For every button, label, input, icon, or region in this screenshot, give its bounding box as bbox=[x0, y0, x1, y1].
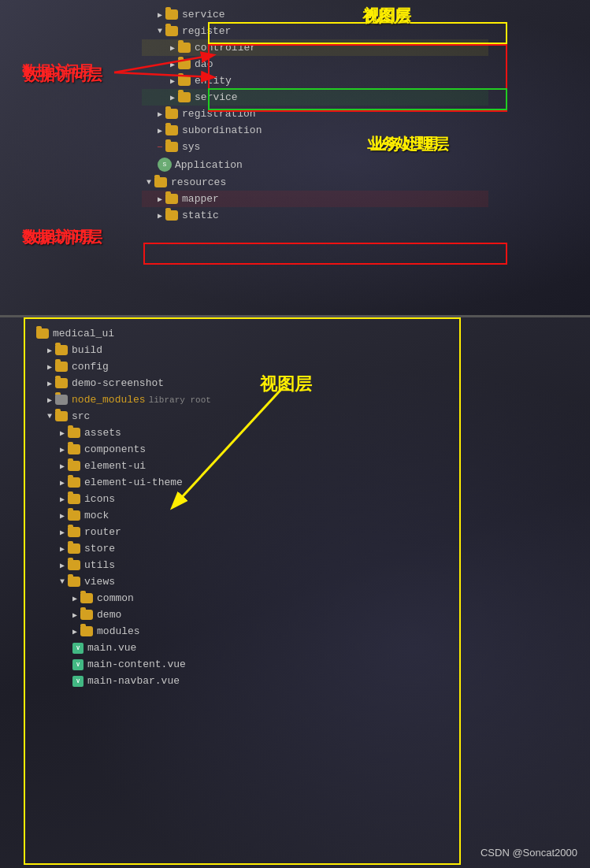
folder-icon bbox=[80, 610, 93, 620]
collapse-arrow: ▶ bbox=[60, 528, 65, 537]
list-item[interactable]: ▶ icons bbox=[32, 491, 441, 507]
folder-icon bbox=[165, 142, 178, 152]
item-label: subordination bbox=[182, 124, 262, 136]
item-label: demo-screenshot bbox=[72, 377, 164, 389]
item-label: common bbox=[97, 592, 134, 604]
list-item[interactable]: ▶ element-ui-theme bbox=[32, 474, 441, 491]
list-item[interactable]: medical_ui bbox=[32, 325, 441, 342]
folder-icon bbox=[80, 593, 93, 603]
folder-icon bbox=[68, 560, 80, 570]
list-item[interactable]: ▶ build bbox=[32, 342, 441, 358]
bottom-section: medical_ui ▶ build ▶ config ▶ demo-scree… bbox=[0, 315, 590, 868]
folder-icon bbox=[68, 428, 80, 438]
list-item[interactable]: ▶ mapper bbox=[142, 191, 488, 207]
item-label: register bbox=[182, 25, 231, 37]
item-label: service bbox=[182, 9, 225, 20]
item-label: element-ui-theme bbox=[84, 477, 183, 488]
item-label: router bbox=[84, 526, 121, 538]
folder-icon bbox=[68, 577, 80, 587]
list-item[interactable]: ▶ registration bbox=[142, 106, 488, 122]
spring-icon: S bbox=[158, 158, 172, 172]
list-item[interactable]: ▶ assets bbox=[32, 425, 441, 441]
item-label: demo bbox=[97, 609, 121, 621]
list-item[interactable]: V main-content.vue bbox=[32, 656, 441, 673]
item-label: views bbox=[84, 576, 115, 588]
collapse-arrow: ▶ bbox=[47, 346, 52, 355]
collapse-arrow: ▶ bbox=[158, 195, 162, 204]
list-item[interactable]: ▼ src bbox=[32, 408, 441, 425]
list-item[interactable]: ▶ static bbox=[142, 207, 488, 224]
collapse-arrow: ▶ bbox=[158, 211, 162, 221]
folder-icon bbox=[68, 444, 80, 454]
vue-icon: V bbox=[72, 643, 83, 654]
list-item[interactable]: V main.vue bbox=[32, 640, 441, 656]
list-item[interactable]: ▶ common bbox=[32, 590, 441, 606]
item-label: static bbox=[182, 210, 219, 221]
list-item[interactable]: ▶ entity bbox=[142, 72, 488, 89]
collapse-arrow: ▶ bbox=[60, 478, 65, 488]
list-item[interactable]: V main-navbar.vue bbox=[32, 673, 441, 689]
collapse-arrow: ▶ bbox=[60, 445, 65, 454]
item-label: mock bbox=[84, 510, 109, 521]
collapse-arrow: ▶ bbox=[60, 561, 65, 570]
collapse-arrow: ▶ bbox=[47, 362, 52, 372]
folder-icon bbox=[165, 109, 178, 119]
collapse-arrow: ▼ bbox=[158, 27, 162, 35]
label-shitu-bottom: 视图层 bbox=[260, 373, 312, 396]
collapse-arrow: ▶ bbox=[72, 594, 77, 603]
collapse-arrow: ▶ bbox=[158, 10, 162, 20]
item-label: store bbox=[84, 543, 115, 555]
item-label: assets bbox=[84, 427, 121, 439]
vue-icon: V bbox=[72, 676, 83, 687]
list-item[interactable]: S Application bbox=[142, 155, 488, 174]
folder-icon bbox=[178, 43, 191, 53]
list-item-router[interactable]: ▶ router bbox=[32, 524, 441, 540]
list-item[interactable]: ▶ components bbox=[32, 441, 441, 458]
folder-icon bbox=[165, 9, 178, 20]
collapse-arrow: ▶ bbox=[60, 511, 65, 521]
folder-icon bbox=[178, 76, 191, 86]
folder-icon bbox=[55, 362, 68, 372]
item-label: utils bbox=[84, 559, 115, 571]
list-item[interactable]: ▼ views bbox=[32, 573, 441, 590]
list-item[interactable]: ▶ modules bbox=[32, 623, 441, 640]
item-label: controller bbox=[195, 42, 256, 54]
collapse-arrow: ▼ bbox=[47, 412, 52, 421]
item-label: sys bbox=[182, 141, 200, 153]
label-shitu-top-text: 视图层 bbox=[364, 5, 411, 26]
list-item[interactable]: ▶ store bbox=[32, 540, 441, 557]
collapse-arrow: ▶ bbox=[60, 428, 65, 438]
list-item[interactable]: ▶ service bbox=[142, 89, 488, 106]
folder-icon bbox=[36, 328, 49, 339]
collapse-arrow: ▶ bbox=[158, 126, 162, 135]
list-item[interactable]: ▶ controller bbox=[142, 39, 488, 56]
file-tree-top: ▶ service ▼ register ▶ controller ▶ dao … bbox=[142, 0, 488, 230]
collapse-arrow: ▶ bbox=[170, 43, 175, 53]
folder-icon bbox=[178, 59, 191, 69]
list-item[interactable]: ▶ dao bbox=[142, 56, 488, 72]
list-item[interactable]: ▼ resources bbox=[142, 174, 488, 191]
folder-icon bbox=[55, 395, 68, 405]
list-item[interactable]: ▶ demo bbox=[32, 606, 441, 623]
list-item[interactable]: ▶ config bbox=[32, 358, 441, 375]
list-item[interactable]: ▼ register bbox=[142, 23, 488, 39]
list-item[interactable]: ▶ element-ui bbox=[32, 458, 441, 474]
collapse-arrow: ▶ bbox=[60, 495, 65, 504]
folder-icon bbox=[165, 210, 178, 221]
list-item[interactable]: ▶ mock bbox=[32, 507, 441, 524]
item-label: modules bbox=[97, 625, 140, 637]
folder-icon bbox=[80, 626, 93, 636]
list-item[interactable]: ▶ node_modules library root bbox=[32, 391, 441, 408]
top-section: ▶ service ▼ register ▶ controller ▶ dao … bbox=[0, 0, 590, 315]
collapse-arrow: ▶ bbox=[170, 60, 175, 69]
list-item[interactable]: ▶ demo-screenshot bbox=[32, 375, 441, 391]
list-item[interactable]: ▶ service bbox=[142, 6, 488, 23]
list-item[interactable]: ▶ utils bbox=[32, 557, 441, 573]
item-label: service bbox=[195, 91, 238, 103]
collapse-arrow: ▶ bbox=[47, 379, 52, 388]
label-business-text: 业务处理层 bbox=[367, 134, 438, 153]
label-data-access-top: 数据访问层 bbox=[22, 61, 93, 80]
collapse-arrow: ▶ bbox=[170, 76, 175, 86]
folder-icon bbox=[68, 527, 80, 537]
library-root-label: library root bbox=[149, 395, 211, 405]
